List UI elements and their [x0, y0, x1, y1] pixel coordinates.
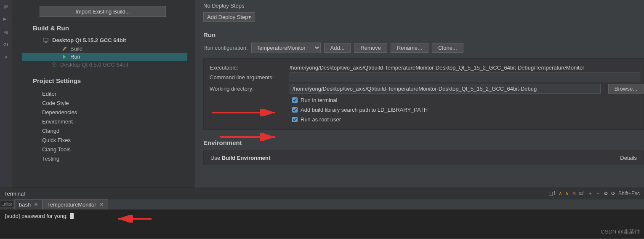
ld-path-label: Add build library search path to LD_LIBR… — [301, 107, 428, 113]
kit-name: Desktop Qt 5.15.2 GCC 64bit — [52, 37, 126, 43]
import-build-button[interactable]: Import Existing Build... — [40, 6, 166, 17]
terminal-tab-process[interactable]: TemperatureMonitor ✕ — [43, 199, 108, 209]
iconbar-item[interactable]: ▶ › — [1, 17, 11, 21]
run-config-select[interactable]: TemperatureMonitor — [251, 43, 321, 53]
env-heading: Environment — [203, 139, 644, 146]
tab-label: TemperatureMonitor — [47, 201, 96, 208]
monitor-icon — [43, 38, 48, 43]
settings-editor[interactable]: Editor — [42, 89, 187, 99]
kit-active[interactable]: Desktop Qt 5.15.2 GCC 64bit — [33, 36, 187, 45]
clone-button[interactable]: Clone... — [432, 43, 463, 53]
iconbar-item[interactable]: cts — [1, 42, 11, 46]
terminal-cursor — [70, 213, 74, 219]
settings-quick-fixes[interactable]: Quick Fixes — [42, 136, 187, 145]
term-close-icon[interactable]: ✕ — [572, 191, 576, 196]
kit-run-item[interactable]: Run — [22, 53, 187, 61]
annotation-arrow — [114, 215, 152, 223]
kit-build-label: Build — [70, 46, 82, 52]
term-minus-icon[interactable]: － — [596, 190, 601, 197]
settings-clang-tools[interactable]: Clang Tools — [42, 145, 187, 154]
wd-input[interactable] — [290, 84, 601, 94]
iconbar-item[interactable]: gn — [1, 4, 11, 8]
kit-inactive[interactable]: Desktop Qt 6.5.0 GCC 64bit — [33, 61, 187, 69]
add-button[interactable]: Add... — [324, 43, 351, 53]
env-use-row: Use Build Environment Details — [203, 150, 644, 165]
env-use-label: Use — [210, 155, 222, 161]
term-new-tab-icon[interactable]: ⧉⁺ — [579, 191, 585, 196]
run-in-terminal-checkbox[interactable] — [292, 97, 298, 103]
terminal-panel: Terminal ▢⤴ ∧ ∨ ✕ ⧉⁺ ＋ － ⚙ ⟳ Shift+Esc b… — [0, 188, 644, 238]
term-shortcut: Shift+Esc — [618, 191, 640, 196]
add-deploy-button[interactable]: Add Deploy Step▾ — [203, 12, 255, 22]
hammer-icon — [61, 46, 67, 51]
mode-iconbar: gn ▶ › ug cts p — [0, 0, 12, 188]
term-tool-icon[interactable]: ▢⤴ — [548, 191, 556, 196]
run-in-terminal-label: Run in terminal — [301, 97, 337, 103]
browse-button[interactable]: Browse... — [608, 84, 644, 94]
rename-button[interactable]: Rename... — [391, 43, 428, 53]
settings-clangd[interactable]: Clangd — [42, 126, 187, 136]
kit-run-label: Run — [70, 54, 80, 60]
watermark: CSDN @韭菜钟 — [601, 228, 640, 236]
executable-label: Executable: — [210, 64, 285, 71]
settings-environment[interactable]: Environment — [42, 117, 187, 126]
term-down-icon[interactable]: ∨ — [565, 191, 569, 196]
no-deploy-text: No Deploy Steps — [203, 3, 644, 9]
terminal-tab-bash[interactable]: bash ✕ — [14, 199, 43, 209]
left-collapsed-tab[interactable]: ..nitor — [0, 201, 14, 208]
settings-dependencies[interactable]: Dependencies — [42, 108, 187, 117]
close-icon[interactable]: ✕ — [34, 202, 38, 207]
run-settings-panel: Executable: /home/yong/Desktop/two_axis/… — [203, 58, 644, 130]
terminal-text: [sudo] password for yong: — [5, 213, 69, 219]
ld-path-checkbox[interactable] — [292, 107, 298, 113]
terminal-output[interactable]: [sudo] password for yong: — [0, 209, 644, 238]
executable-path: /home/yong/Desktop/two_axis/Qt/build-Tem… — [290, 64, 584, 71]
iconbar-item[interactable]: ug — [1, 30, 11, 34]
term-plus-icon[interactable]: ＋ — [588, 190, 593, 197]
project-sidebar: Import Existing Build... Build & Run Des… — [12, 0, 195, 188]
play-icon — [61, 54, 67, 59]
remove-button[interactable]: Remove — [354, 43, 387, 53]
run-as-root-checkbox[interactable] — [292, 117, 298, 122]
add-kit-icon — [51, 62, 57, 67]
tab-label: bash — [19, 201, 31, 208]
project-settings-heading: Project Settings — [33, 77, 187, 84]
kit-inactive-label: Desktop Qt 6.5.0 GCC 64bit — [60, 62, 128, 68]
build-run-heading: Build & Run — [33, 24, 187, 32]
env-use-value: Build Environment — [222, 155, 271, 161]
args-label: Command line arguments: — [210, 74, 285, 81]
terminal-title: Terminal — [4, 191, 25, 197]
iconbar-item[interactable]: p — [1, 55, 11, 59]
close-icon[interactable]: ✕ — [100, 202, 104, 207]
term-up-icon[interactable]: ∧ — [559, 191, 562, 196]
wd-label: Working directory: — [210, 86, 285, 92]
add-deploy-label: Add Deploy Step — [207, 14, 248, 20]
settings-testing[interactable]: Testing — [42, 154, 187, 164]
details-link[interactable]: Details — [620, 155, 637, 161]
run-as-root-label: Run as root user — [301, 116, 341, 123]
main-panel: No Deploy Steps Add Deploy Step▾ Run Run… — [195, 0, 644, 188]
args-input[interactable] — [290, 73, 640, 82]
svg-rect-0 — [43, 38, 48, 41]
run-heading: Run — [203, 31, 644, 38]
zoom-icon[interactable]: ⟳ — [611, 191, 615, 196]
kit-build-item[interactable]: Build — [33, 45, 187, 53]
run-config-label: Run configuration: — [203, 45, 248, 51]
chevron-down-icon: ▾ — [248, 14, 251, 20]
settings-code-style[interactable]: Code Style — [42, 99, 187, 108]
gear-icon[interactable]: ⚙ — [604, 191, 608, 196]
